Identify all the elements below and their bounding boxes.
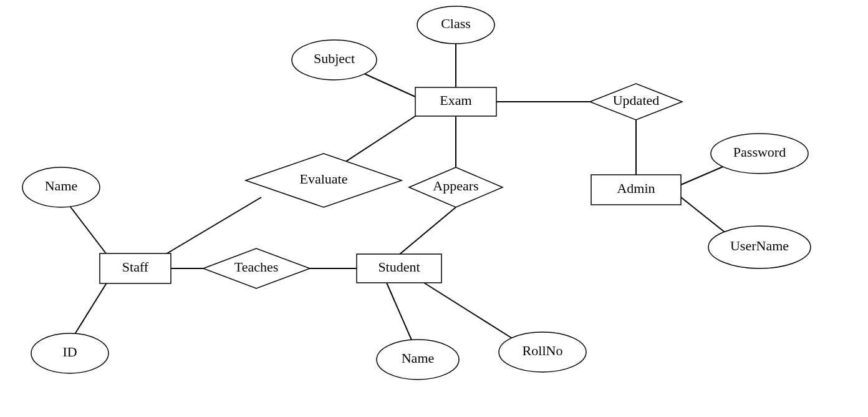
attribute-username: UserName <box>708 226 811 268</box>
attribute-staff-name-label: Name <box>45 178 78 194</box>
svg-line-15 <box>399 207 456 255</box>
attribute-subject-label: Subject <box>314 51 355 66</box>
er-diagram: Class Subject Exam Updated Admin Passwor… <box>0 0 868 417</box>
svg-line-8 <box>163 197 261 256</box>
entity-staff: Staff <box>100 253 171 283</box>
entity-student: Student <box>357 254 441 283</box>
entity-exam: Exam <box>415 87 496 116</box>
relationship-appears: Appears <box>409 167 503 207</box>
relationship-teaches-label: Teaches <box>234 259 279 275</box>
attribute-student-name: Name <box>377 340 459 380</box>
attribute-student-rollno-label: RollNo <box>523 343 563 358</box>
entity-student-label: Student <box>378 259 420 275</box>
svg-line-13 <box>387 283 415 347</box>
attribute-class-label: Class <box>441 16 471 31</box>
entity-staff-label: Staff <box>122 259 149 275</box>
relationship-teaches: Teaches <box>203 248 310 288</box>
entity-admin: Admin <box>591 175 681 205</box>
attribute-subject: Subject <box>292 40 377 80</box>
attribute-staff-name: Name <box>22 167 100 207</box>
relationship-updated: Updated <box>590 84 682 120</box>
attribute-student-rollno: RollNo <box>499 332 586 372</box>
attribute-staff-id: ID <box>31 333 109 373</box>
entity-exam-label: Exam <box>440 92 471 108</box>
attribute-username-label: UserName <box>730 238 789 253</box>
attribute-staff-id-label: ID <box>62 344 77 360</box>
svg-line-11 <box>65 200 108 256</box>
relationship-updated-label: Updated <box>613 92 660 108</box>
attribute-student-name-label: Name <box>402 350 435 366</box>
attribute-password-label: Password <box>733 144 786 160</box>
relationship-appears-label: Appears <box>433 178 478 194</box>
attribute-class: Class <box>417 6 494 44</box>
attribute-password: Password <box>711 134 808 174</box>
entity-admin-label: Admin <box>617 180 655 196</box>
svg-line-12 <box>73 281 108 337</box>
relationship-evaluate: Evaluate <box>246 154 402 207</box>
relationship-evaluate-label: Evaluate <box>300 171 348 187</box>
